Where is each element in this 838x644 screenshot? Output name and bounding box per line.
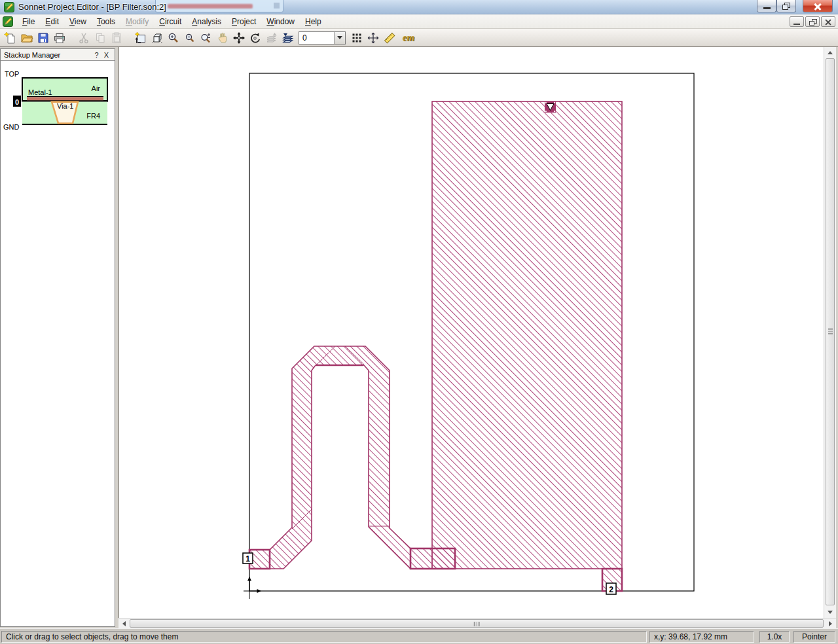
stackup-gnd-label: GND <box>3 123 20 131</box>
stackup-manager-titlebar: Stackup Manager ? X <box>1 49 115 61</box>
stackup-metal-strip[interactable] <box>27 97 103 100</box>
stackup-via-label: Via-1 <box>57 102 73 110</box>
save-icon[interactable] <box>35 30 51 46</box>
menu-circuit[interactable]: Circuit <box>154 14 187 29</box>
mdi-restore-button[interactable] <box>805 16 820 27</box>
level-select[interactable]: 0 <box>299 31 346 45</box>
menu-modify[interactable]: Modify <box>120 14 154 29</box>
menu-analysis[interactable]: Analysis <box>187 14 227 29</box>
menu-edit[interactable]: Edit <box>40 14 64 29</box>
view-3d-icon[interactable] <box>149 30 165 46</box>
vertical-scrollbar-thumb[interactable] <box>826 58 835 605</box>
chevron-down-icon <box>337 36 342 39</box>
move-icon[interactable] <box>230 30 247 46</box>
scroll-up-button[interactable] <box>825 48 835 58</box>
layer-up-icon[interactable] <box>263 30 280 46</box>
status-message-panel: Click or drag to select objects, drag to… <box>1 631 647 643</box>
close-button[interactable] <box>803 0 833 12</box>
document-icon[interactable] <box>3 16 13 27</box>
status-message: Click or drag to select objects, drag to… <box>6 632 178 641</box>
port1-label: 1 <box>246 554 250 564</box>
stackup-manager-panel: Stackup Manager ? X TOP GND Air Metal-1 … <box>0 48 115 627</box>
cut-icon[interactable] <box>75 30 92 46</box>
zoom-level: 1.0x <box>767 632 782 641</box>
port2[interactable]: 2 <box>606 583 616 594</box>
port2-label: 2 <box>609 585 613 594</box>
window-title: Sonnet Project Editor - [BP Filter.son:2… <box>18 2 166 12</box>
stackup-air-label: Air <box>92 84 101 92</box>
scroll-down-button[interactable] <box>825 607 835 617</box>
zoom-out-icon[interactable] <box>181 30 198 46</box>
port1[interactable]: 1 <box>243 553 253 564</box>
stackup-fr4-label: FR4 <box>86 112 100 120</box>
layer-down-icon[interactable] <box>280 30 296 46</box>
open-folder-icon[interactable] <box>18 30 35 46</box>
vertical-scrollbar[interactable] <box>824 47 836 618</box>
scroll-left-button[interactable] <box>119 619 129 628</box>
stackup-top-label: TOP <box>5 70 19 78</box>
menu-file[interactable]: File <box>17 14 40 29</box>
background-window[interactable] <box>155 0 283 12</box>
zoom-level-panel: 1.0x <box>759 631 790 643</box>
zoom-level-icon[interactable] <box>198 30 214 46</box>
menu-window[interactable]: Window <box>261 14 300 29</box>
horizontal-scrollbar[interactable] <box>118 618 836 628</box>
ruler-icon[interactable] <box>381 30 397 46</box>
axes-origin-icon[interactable] <box>365 30 381 46</box>
cursor-coordinates: x,y: 39.68, 17.92 mm <box>654 632 727 641</box>
pointer-mode: Pointer <box>802 632 827 641</box>
mdi-close-button[interactable] <box>821 16 835 27</box>
menu-bar: File Edit View Tools Modify Circuit Anal… <box>0 14 838 29</box>
level-select-value: 0 <box>299 33 334 43</box>
stackup-diagram: TOP GND Air Metal-1 FR4 Via-1 0 <box>1 65 115 132</box>
layout-canvas[interactable]: 1 2 <box>118 47 824 618</box>
toolbar: 0 em <box>0 29 838 47</box>
zoom-in-icon[interactable] <box>165 30 181 46</box>
menu-view[interactable]: View <box>64 14 92 29</box>
paste-icon[interactable] <box>108 30 124 46</box>
help-button[interactable]: ? <box>92 51 101 59</box>
pointer-mode-panel: Pointer <box>793 631 835 643</box>
horizontal-scrollbar-thumb[interactable] <box>130 619 824 628</box>
copy-icon[interactable] <box>92 30 108 46</box>
mdi-minimize-button[interactable] <box>790 16 804 27</box>
scroll-right-button[interactable] <box>826 619 835 628</box>
menu-tools[interactable]: Tools <box>92 14 120 29</box>
background-window-close-icon <box>274 3 280 9</box>
via-marker[interactable] <box>545 101 556 113</box>
background-window-text <box>168 4 253 9</box>
zoom-box-icon[interactable] <box>132 30 149 46</box>
menu-project[interactable]: Project <box>227 14 261 29</box>
coordinates-panel: x,y: 39.68, 17.92 mm <box>649 631 754 643</box>
print-icon[interactable] <box>51 30 67 46</box>
rotate-icon[interactable] <box>247 30 263 46</box>
resonator-polygon[interactable] <box>432 101 622 569</box>
layout-drawing: 1 2 <box>119 47 824 618</box>
stackup-manager-title: Stackup Manager <box>4 51 92 59</box>
minimize-button[interactable] <box>757 0 776 12</box>
em-analysis-button[interactable]: em <box>397 30 420 46</box>
em-logo: em <box>400 32 417 43</box>
menu-help[interactable]: Help <box>300 14 327 29</box>
pan-hand-icon[interactable] <box>214 30 230 46</box>
new-document-icon[interactable] <box>2 30 18 46</box>
title-bar: Sonnet Project Editor - [BP Filter.son:2… <box>0 0 838 14</box>
stackup-metal-label: Metal-1 <box>28 88 52 96</box>
restore-button[interactable] <box>776 0 796 12</box>
sonnet-logo-icon <box>4 2 14 12</box>
stackup-level-marker-value: 0 <box>15 98 19 106</box>
status-bar: Click or drag to select objects, drag to… <box>0 628 838 644</box>
grid-snap-icon[interactable] <box>348 30 365 46</box>
level-select-dropdown-button[interactable] <box>334 32 345 44</box>
panel-close-button[interactable]: X <box>101 51 111 59</box>
